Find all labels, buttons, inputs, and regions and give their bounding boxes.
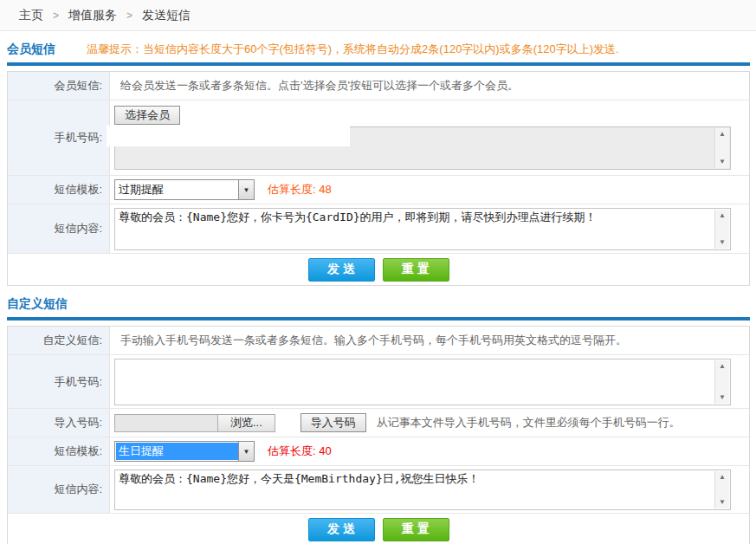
sms-length-notice: 温馨提示：当短信内容长度大于60个字(包括符号)，系统将自动分成2条(120字以… bbox=[87, 42, 619, 57]
custom-import-label: 导入号码: bbox=[8, 409, 110, 437]
member-intro-text: 给会员发送一条或者多条短信。点击'选择会员'按钮可以选择一个或者多个会员。 bbox=[110, 72, 749, 100]
custom-send-button[interactable]: 发 送 bbox=[308, 518, 375, 541]
custom-intro-text: 手动输入手机号码发送一条或者多条短信。输入多个手机号码，每个手机号码用英文格式的… bbox=[110, 327, 749, 354]
member-phone-label: 手机号码: bbox=[8, 100, 110, 175]
scroll-up-icon[interactable]: ▲ bbox=[719, 212, 726, 219]
import-numbers-button[interactable]: 导入号码 bbox=[300, 413, 366, 432]
custom-template-select[interactable]: 生日提醒 ▼ bbox=[114, 441, 255, 462]
browse-button[interactable]: 浏览... bbox=[218, 414, 275, 432]
member-actions-row: 发 送 重 置 bbox=[8, 254, 749, 285]
member-phone-textarea[interactable]: ▲ ▼ bbox=[114, 126, 731, 170]
custom-reset-button[interactable]: 重 置 bbox=[383, 518, 449, 541]
custom-sms-header: 自定义短信 bbox=[7, 295, 750, 312]
member-template-label: 短信模板: bbox=[8, 176, 110, 204]
breadcrumb: 主页 > 增值服务 > 发送短信 bbox=[0, 0, 756, 31]
scroll-down-icon[interactable]: ▼ bbox=[719, 394, 726, 401]
member-reset-button[interactable]: 重 置 bbox=[383, 258, 449, 282]
member-sms-form: 会员短信: 给会员发送一条或者多条短信。点击'选择会员'按钮可以选择一个或者多个… bbox=[7, 71, 750, 286]
scroll-up-icon[interactable]: ▲ bbox=[719, 363, 726, 370]
custom-content-textarea[interactable]: 尊敬的会员：{Name}您好，今天是{MemBirthday}日,祝您生日快乐！… bbox=[114, 470, 731, 510]
member-send-button[interactable]: 发 送 bbox=[308, 258, 375, 282]
scrollbar[interactable]: ▲ ▼ bbox=[714, 210, 729, 249]
breadcrumb-home[interactable]: 主页 bbox=[19, 8, 43, 23]
custom-content-label: 短信内容: bbox=[8, 466, 110, 513]
custom-template-label: 短信模板: bbox=[8, 437, 110, 465]
member-content-label: 短信内容: bbox=[8, 204, 110, 253]
member-template-row: 短信模板: 过期提醒 ▼ 估算长度: 48 bbox=[8, 176, 749, 204]
file-path-input[interactable] bbox=[114, 414, 218, 432]
member-sms-title: 会员短信 bbox=[7, 42, 55, 57]
custom-sms-form: 自定义短信: 手动输入手机号码发送一条或者多条短信。输入多个手机号码，每个手机号… bbox=[7, 326, 750, 544]
member-content-textarea[interactable]: 尊敬的会员：{Name}您好，你卡号为{CardID}的用户，即将到期，请尽快到… bbox=[114, 208, 731, 250]
member-phone-row: 手机号码: 选择会员 ▲ ▼ bbox=[8, 100, 749, 176]
custom-phone-label: 手机号码: bbox=[8, 355, 110, 408]
send-sms-page: 主页 > 增值服务 > 发送短信 会员短信 温馨提示：当短信内容长度大于60个字… bbox=[0, 0, 756, 544]
member-estimated-length: 估算长度: 48 bbox=[268, 182, 332, 198]
custom-actions-row: 发 送 重 置 bbox=[8, 514, 749, 544]
breadcrumb-separator: > bbox=[126, 10, 132, 22]
scroll-up-icon[interactable]: ▲ bbox=[719, 474, 726, 481]
custom-phone-row: 手机号码: ▲ ▼ bbox=[8, 355, 749, 409]
breadcrumb-value-added-services[interactable]: 增值服务 bbox=[68, 8, 117, 23]
custom-content-row: 短信内容: 尊敬的会员：{Name}您好，今天是{MemBirthday}日,祝… bbox=[8, 466, 749, 514]
import-hint-text: 从记事本文件导入手机号码，文件里必须每个手机号码一行。 bbox=[377, 415, 681, 431]
breadcrumb-send-sms[interactable]: 发送短信 bbox=[142, 8, 191, 23]
member-intro-label: 会员短信: bbox=[8, 72, 110, 100]
scroll-down-icon[interactable]: ▼ bbox=[719, 499, 726, 506]
custom-estimated-length: 估算长度: 40 bbox=[268, 444, 332, 459]
custom-import-row: 导入号码: 浏览... 导入号码 从记事本文件导入手机号码，文件里必须每个手机号… bbox=[8, 409, 749, 437]
custom-template-row: 短信模板: 生日提醒 ▼ 估算长度: 40 bbox=[8, 437, 749, 466]
member-sms-header: 会员短信 温馨提示：当短信内容长度大于60个字(包括符号)，系统将自动分成2条(… bbox=[7, 41, 750, 57]
breadcrumb-separator: > bbox=[53, 10, 59, 22]
scrollbar[interactable]: ▲ ▼ bbox=[714, 128, 729, 168]
custom-intro-row: 自定义短信: 手动输入手机号码发送一条或者多条短信。输入多个手机号码，每个手机号… bbox=[8, 327, 749, 355]
scrollbar[interactable]: ▲ ▼ bbox=[714, 360, 729, 404]
chevron-down-icon[interactable]: ▼ bbox=[238, 180, 254, 199]
section-divider bbox=[7, 317, 750, 321]
chevron-down-icon[interactable]: ▼ bbox=[238, 442, 254, 461]
member-intro-row: 会员短信: 给会员发送一条或者多条短信。点击'选择会员'按钮可以选择一个或者多个… bbox=[8, 72, 749, 100]
main-content: 会员短信 温馨提示：当短信内容长度大于60个字(包括符号)，系统将自动分成2条(… bbox=[0, 41, 756, 544]
custom-sms-title: 自定义短信 bbox=[7, 296, 68, 312]
select-member-button[interactable]: 选择会员 bbox=[114, 106, 180, 125]
scroll-down-icon[interactable]: ▼ bbox=[719, 239, 726, 246]
member-template-select[interactable]: 过期提醒 ▼ bbox=[114, 179, 255, 200]
scroll-up-icon[interactable]: ▲ bbox=[719, 131, 726, 138]
scrollbar[interactable]: ▲ ▼ bbox=[714, 471, 729, 508]
section-divider bbox=[7, 62, 750, 66]
custom-phone-textarea[interactable]: ▲ ▼ bbox=[114, 359, 731, 405]
member-content-row: 短信内容: 尊敬的会员：{Name}您好，你卡号为{CardID}的用户，即将到… bbox=[8, 204, 749, 254]
custom-intro-label: 自定义短信: bbox=[8, 327, 110, 354]
scroll-down-icon[interactable]: ▼ bbox=[719, 159, 726, 165]
